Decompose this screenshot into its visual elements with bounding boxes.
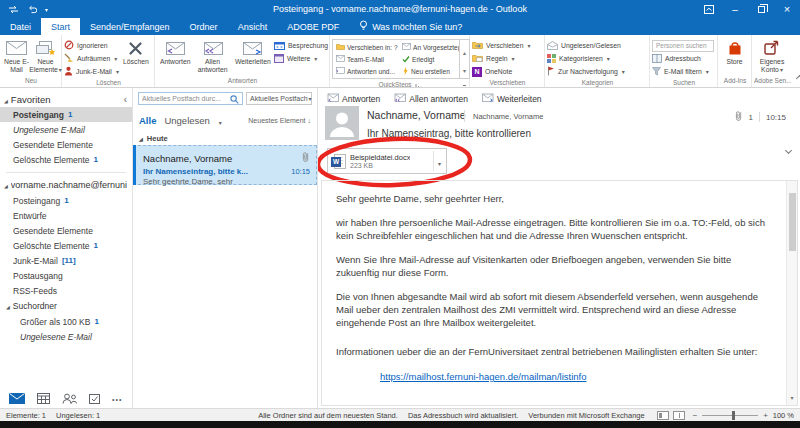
tab-start[interactable]: Start <box>41 18 80 35</box>
store-button[interactable]: Store <box>720 37 749 76</box>
zoom-percentage[interactable]: 100 % <box>768 411 794 420</box>
folder-gesendete[interactable]: Gesendete Elemente <box>0 223 132 238</box>
account-header[interactable]: vorname.nachname@fernuni.. <box>0 177 132 193</box>
folder-rss-feeds[interactable]: RSS-Feeds <box>0 283 132 298</box>
more-respond-button[interactable]: Weitere <box>274 52 328 65</box>
folder-geloeschte-fav[interactable]: Gelöschte Elemente1 <box>0 152 132 167</box>
folder-posteingang-fav[interactable]: Posteingang1 <box>0 107 132 122</box>
attachment-dropdown[interactable] <box>433 151 444 171</box>
quickstep-to-manager[interactable]: An Vorgesetzte(n) <box>399 41 459 53</box>
date-group-header[interactable]: Heute <box>133 131 317 145</box>
move-button[interactable]: Verschieben <box>472 39 530 52</box>
reading-view-button[interactable] <box>673 411 685 420</box>
tasks-nav-icon[interactable] <box>89 393 100 406</box>
quicksteps-scrollbar[interactable] <box>460 39 470 79</box>
tab-senden-empfangen[interactable]: Senden/Empfangen <box>80 18 180 35</box>
favorites-header[interactable]: Favoriten <box>0 91 132 107</box>
people-search-input[interactable] <box>652 40 714 52</box>
folder-postausgang[interactable]: Postausgang <box>0 268 132 283</box>
new-items-button[interactable]: Neue Elemente <box>31 37 60 76</box>
zoom-out-icon[interactable] <box>693 411 698 420</box>
cleanup-button[interactable]: Aufräumen <box>64 52 119 65</box>
junk-button[interactable]: Junk-E-Mail <box>64 65 119 78</box>
folder-gesendete-fav[interactable]: Gesendete Elemente <box>0 137 132 152</box>
search-scope-dropdown[interactable]: Aktuelles Postfach <box>246 92 312 105</box>
filter-tab-ungelesen[interactable]: Ungelesen <box>164 115 209 126</box>
reply-all-button[interactable]: Allen antworten <box>193 37 231 76</box>
sort-dropdown[interactable]: Neuestes Element <box>248 117 311 124</box>
unread-read-button[interactable]: Ungelesen/Gelesen <box>547 39 625 52</box>
onenote-icon <box>472 67 482 77</box>
close-button[interactable] <box>774 0 800 18</box>
normal-view-button[interactable] <box>657 411 669 420</box>
folder-junk[interactable]: Junk-E-Mail[11] <box>0 253 132 268</box>
onenote-button[interactable]: OneNote <box>472 65 530 78</box>
quickstep-team-email[interactable]: Team-E-Mail <box>333 53 399 65</box>
collapse-folder-pane-icon[interactable] <box>124 94 127 105</box>
delete-button[interactable]: Löschen <box>119 37 153 78</box>
attachment-card[interactable]: Beispieldatei.docx 223 KB <box>327 148 447 174</box>
reading-pane-scrollbar[interactable] <box>786 181 797 405</box>
collapse-ribbon-button[interactable] <box>792 35 800 87</box>
reading-recipient-name[interactable]: Nachname, Vorname <box>473 112 543 121</box>
folder-groesser-100kb[interactable]: Größer als 100 KB1 <box>0 314 132 329</box>
group-label-verschieben: Verschieben <box>472 78 543 87</box>
ignore-button[interactable]: Ignorieren <box>64 39 119 52</box>
message-list-item[interactable]: Nachname, Vorname Ihr Namenseintrag, bit… <box>133 145 317 185</box>
dialog-launcher-icon[interactable] <box>415 76 422 89</box>
reading-sender-name[interactable]: Nachname, Vorname <box>367 109 466 121</box>
adobe-account-button[interactable]: Eigenes Konto <box>754 37 790 76</box>
tab-datei[interactable]: Datei <box>0 18 41 35</box>
word-file-icon <box>334 154 346 169</box>
reply-all-link[interactable]: Allen antworten <box>394 92 468 105</box>
tab-ansicht[interactable]: Ansicht <box>228 18 278 35</box>
scrollbar-thumb[interactable] <box>789 193 796 251</box>
quickstep-move-to[interactable]: Verschieben in: ? <box>333 41 399 53</box>
categorize-button[interactable]: Kategorisieren <box>547 52 625 65</box>
restore-button[interactable] <box>748 0 774 18</box>
folder-ungelesene-search[interactable]: Ungelesene E-Mail <box>0 329 132 344</box>
expand-triangle-icon[interactable] <box>6 301 10 311</box>
new-email-button[interactable]: Neue E-Mail <box>2 37 31 76</box>
folder-geloeschte[interactable]: Gelöschte Elemente1 <box>0 238 132 253</box>
forward-link[interactable]: Weiterleiten <box>482 92 542 105</box>
forward-button[interactable]: Weiterleiten <box>232 37 274 76</box>
tell-me-box[interactable]: Was möchten Sie tun? <box>349 18 472 35</box>
address-book-button[interactable]: Adressbuch <box>652 52 714 65</box>
folder-ungelesene-fav[interactable]: Ungelesene E-Mail <box>0 122 132 137</box>
quickstep-reply-delete[interactable]: Antworten und... <box>333 65 399 77</box>
follow-up-button[interactable]: Zur Nachverfolgung <box>547 65 625 78</box>
send-receive-icon[interactable] <box>8 5 19 14</box>
reply-button[interactable]: Antworten <box>157 37 193 76</box>
people-nav-icon[interactable] <box>62 393 77 406</box>
quickstep-done[interactable]: Erledigt <box>399 53 459 65</box>
folder-entwuerfe[interactable]: Entwürfe <box>0 208 132 223</box>
expand-triangle-icon[interactable] <box>4 180 8 190</box>
mailman-link[interactable]: https://mailhost.fernuni-hagen.de/mailma… <box>380 370 586 383</box>
scroll-down-icon[interactable] <box>787 386 797 404</box>
customize-qat-caret-icon[interactable] <box>45 6 48 13</box>
meeting-button[interactable]: Besprechung <box>274 39 328 52</box>
expand-header-chevron-icon[interactable] <box>786 139 791 157</box>
zoom-slider[interactable] <box>702 415 758 416</box>
tab-ordner[interactable]: Ordner <box>180 18 228 35</box>
zoom-slider-thumb[interactable] <box>732 411 735 420</box>
folder-posteingang[interactable]: Posteingang1 <box>0 193 132 208</box>
rules-button[interactable]: Regeln <box>472 52 530 65</box>
new-email-label: Neue E-Mail <box>3 58 30 73</box>
mail-nav-icon[interactable] <box>9 393 25 406</box>
filter-email-button[interactable]: E-Mail filtern <box>652 65 714 78</box>
undo-icon[interactable] <box>27 5 37 14</box>
filter-tab-alle[interactable]: Alle <box>139 115 156 126</box>
expand-triangle-icon[interactable] <box>4 94 8 105</box>
search-folders-header[interactable]: Suchordner <box>0 298 132 314</box>
calendar-nav-icon[interactable] <box>37 393 50 406</box>
tab-adobe-pdf[interactable]: ADOBE PDF <box>277 18 349 35</box>
more-modules-icon[interactable] <box>112 394 122 404</box>
reply-link[interactable]: Antworten <box>327 92 380 105</box>
quickstep-create-new[interactable]: Neu erstellen <box>399 65 459 77</box>
filter-caret-icon[interactable] <box>218 111 222 129</box>
mailbox-search-input[interactable]: Aktuelles Postfach durc... <box>138 92 243 105</box>
ribbon-display-options-icon[interactable] <box>696 0 722 18</box>
minimize-button[interactable] <box>722 0 748 18</box>
